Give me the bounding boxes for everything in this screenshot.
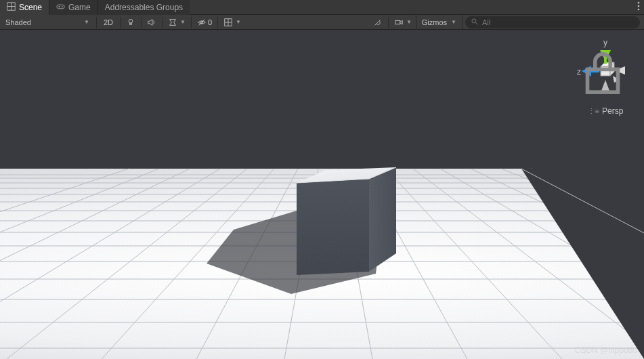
lighting-toggle[interactable] (122, 16, 139, 29)
2d-toggle[interactable]: 2D (98, 16, 119, 29)
chevron-down-icon: ▼ (236, 19, 241, 25)
gamepad-icon (56, 2, 65, 13)
camera-icon (394, 18, 404, 27)
tools-icon (373, 18, 383, 27)
tab-game-label: Game (68, 3, 91, 12)
effects-icon (168, 18, 177, 27)
hidden-count: 0 (208, 18, 212, 26)
search-box[interactable] (465, 16, 640, 28)
lock-icon[interactable] (572, 42, 633, 106)
svg-point-4 (62, 6, 63, 7)
effects-dropdown[interactable]: ▼ (164, 16, 190, 29)
svg-point-9 (638, 9, 640, 11)
window-menu-icon[interactable] (633, 1, 644, 13)
svg-marker-59 (369, 167, 396, 272)
tab-addressables-label: Addressables Groups (105, 3, 183, 12)
grid-icon (223, 18, 233, 27)
svg-point-8 (638, 5, 640, 7)
camera-dropdown[interactable]: ▼ (390, 16, 416, 29)
svg-marker-12 (148, 19, 152, 25)
gizmos-dropdown[interactable]: Gizmos ▼ (416, 16, 463, 29)
tab-scene-label: Scene (19, 3, 42, 12)
svg-rect-19 (395, 20, 400, 24)
svg-line-22 (476, 22, 478, 24)
watermark: CSDN @hippodu (575, 345, 637, 355)
shading-mode-label: Shaded (5, 18, 31, 26)
chevron-down-icon: ▼ (84, 19, 89, 25)
eye-off-icon (197, 18, 207, 27)
scene-viewport[interactable]: y z ⋮≡ Persp CSDN @hippodu (0, 30, 644, 359)
svg-rect-11 (130, 23, 132, 24)
chevron-down-icon: ▼ (180, 19, 186, 25)
projection-toggle[interactable]: ⋮≡ Persp (575, 106, 636, 116)
svg-point-10 (129, 19, 133, 23)
hidden-objects-button[interactable]: 0 (193, 16, 216, 29)
search-input[interactable] (482, 18, 635, 26)
grid-dropdown[interactable]: ▼ (219, 16, 245, 29)
scene-toolbar: Shaded ▼ 2D ▼ 0 ▼ (0, 15, 644, 30)
svg-line-14 (199, 19, 205, 25)
persp-label: Persp (602, 106, 623, 116)
scene-render (0, 30, 644, 359)
svg-point-21 (472, 18, 476, 22)
tools-button[interactable] (369, 16, 387, 29)
svg-marker-60 (297, 179, 369, 275)
tab-bar: Scene Game Addressables Groups (0, 0, 644, 15)
search-icon (471, 18, 479, 27)
svg-rect-3 (57, 5, 64, 9)
2d-label: 2D (104, 18, 113, 26)
chevron-down-icon: ▼ (406, 19, 412, 25)
lightbulb-icon (126, 18, 135, 27)
svg-marker-20 (400, 20, 403, 24)
orientation-gizmo[interactable]: y z ⋮≡ Persp (575, 38, 636, 116)
tab-scene[interactable]: Scene (0, 0, 49, 15)
tab-addressables[interactable]: Addressables Groups (98, 0, 190, 15)
chevron-down-icon: ▼ (451, 19, 456, 25)
svg-rect-64 (588, 69, 618, 92)
gizmos-label: Gizmos (422, 18, 447, 26)
shading-mode-dropdown[interactable]: Shaded ▼ (0, 15, 95, 30)
scene-icon (7, 2, 16, 13)
speaker-icon (147, 18, 156, 27)
persp-icon: ⋮≡ (588, 107, 599, 116)
audio-toggle[interactable] (143, 16, 160, 29)
svg-point-7 (638, 2, 640, 4)
tab-game[interactable]: Game (49, 0, 98, 15)
